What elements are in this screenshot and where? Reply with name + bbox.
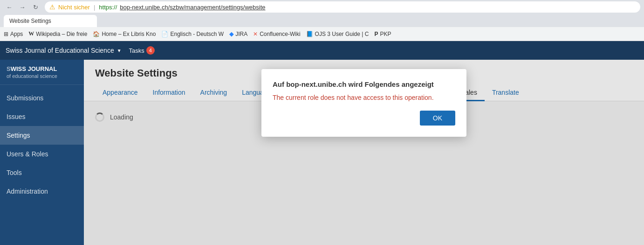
dropdown-arrow-icon: ▼ bbox=[117, 48, 122, 53]
modal-message: The current role does not have access to… bbox=[273, 94, 455, 101]
nav-buttons: ← → ↻ bbox=[4, 1, 41, 13]
pkp-icon: P bbox=[374, 31, 378, 37]
bookmark-jira[interactable]: ◆ JIRA bbox=[229, 31, 247, 37]
bookmark-confluence[interactable]: ✕ Confluence-Wiki bbox=[253, 31, 300, 37]
home-icon: 🏠 bbox=[93, 31, 100, 37]
apps-icon: ⊞ bbox=[4, 31, 8, 37]
modal-overlay: Auf bop-next.unibe.ch wird Folgendes ang… bbox=[84, 60, 644, 245]
tasks-button[interactable]: Tasks 4 bbox=[129, 46, 155, 55]
browser-chrome: ← → ↻ ⚠ Nicht sicher | https://bop-next.… bbox=[0, 0, 644, 27]
apps-label: Apps bbox=[10, 31, 23, 37]
bookmark-wikipedia[interactable]: W Wikipedia – Die freie bbox=[28, 30, 87, 37]
sidebar-title-line1: wiss journal bbox=[11, 65, 57, 72]
sidebar: swiss journal of educational science Sub… bbox=[0, 60, 84, 245]
sidebar-item-administration[interactable]: Administration bbox=[0, 182, 84, 201]
jira-label: JIRA bbox=[235, 31, 247, 37]
separator: | bbox=[94, 4, 95, 11]
address-bar[interactable]: ⚠ Nicht sicher | https://bop-next.unibe.… bbox=[45, 1, 640, 13]
sidebar-item-submissions[interactable]: Submissions bbox=[0, 89, 84, 107]
home-label: Home – Ex Libris Kno bbox=[102, 31, 156, 37]
browser-top-bar: ← → ↻ ⚠ Nicht sicher | https://bop-next.… bbox=[0, 0, 644, 14]
bookmark-englisch[interactable]: 📄 Englisch - Deutsch W bbox=[161, 31, 224, 37]
ojs-icon: 📘 bbox=[306, 31, 313, 37]
security-warning-icon: ⚠ bbox=[49, 3, 55, 11]
tasks-label: Tasks bbox=[129, 47, 144, 54]
url-text: bop-next.unibe.ch/szbw/management/settin… bbox=[120, 4, 265, 11]
englisch-icon: 📄 bbox=[161, 31, 168, 37]
englisch-label: Englisch - Deutsch W bbox=[170, 31, 224, 37]
ojs-label: OJS 3 User Guide | C bbox=[315, 31, 369, 37]
app-container: Swiss Journal of Educational Science ▼ T… bbox=[0, 41, 644, 245]
tab-title: Website Settings bbox=[9, 18, 51, 24]
bookmark-pkp[interactable]: P PKP bbox=[374, 31, 391, 37]
sidebar-journal-subtitle: of educational science bbox=[7, 73, 77, 79]
top-nav: Swiss Journal of Educational Science ▼ T… bbox=[0, 41, 644, 60]
modal-ok-button[interactable]: OK bbox=[420, 111, 455, 126]
refresh-button[interactable]: ↻ bbox=[30, 1, 41, 13]
modal-title: Auf bop-next.unibe.ch wird Folgendes ang… bbox=[273, 80, 455, 88]
tasks-count: 4 bbox=[146, 46, 155, 55]
security-label: Nicht sicher bbox=[58, 4, 90, 11]
wikipedia-icon: W bbox=[28, 30, 34, 37]
forward-button[interactable]: → bbox=[17, 1, 28, 13]
journal-title-nav[interactable]: Swiss Journal of Educational Science ▼ bbox=[6, 47, 122, 54]
sidebar-item-users-roles[interactable]: Users & Roles bbox=[0, 145, 84, 163]
content-area: Website Settings Appearance Information … bbox=[84, 60, 644, 245]
journal-name: Swiss Journal of Educational Science bbox=[6, 47, 114, 54]
pkp-label: PKP bbox=[380, 31, 391, 37]
confluence-icon: ✕ bbox=[253, 31, 258, 37]
sidebar-nav: Submissions Issues Settings Users & Role… bbox=[0, 85, 84, 201]
sidebar-journal-title: swiss journal bbox=[7, 65, 77, 73]
sidebar-title-s: s bbox=[7, 65, 11, 72]
modal-footer: OK bbox=[273, 111, 455, 126]
bookmark-apps[interactable]: ⊞ Apps bbox=[4, 31, 23, 37]
sidebar-item-tools[interactable]: Tools bbox=[0, 163, 84, 182]
bookmark-ojs[interactable]: 📘 OJS 3 User Guide | C bbox=[306, 31, 369, 37]
sidebar-item-issues[interactable]: Issues bbox=[0, 107, 84, 126]
main-layout: swiss journal of educational science Sub… bbox=[0, 60, 644, 245]
modal-dialog: Auf bop-next.unibe.ch wird Folgendes ang… bbox=[261, 69, 466, 137]
active-tab[interactable]: Website Settings bbox=[4, 15, 97, 27]
bookmark-home[interactable]: 🏠 Home – Ex Libris Kno bbox=[93, 31, 156, 37]
bookmarks-bar: ⊞ Apps W Wikipedia – Die freie 🏠 Home – … bbox=[0, 27, 644, 41]
sidebar-journal-header: swiss journal of educational science bbox=[0, 60, 84, 85]
back-button[interactable]: ← bbox=[4, 1, 15, 13]
sidebar-item-settings[interactable]: Settings bbox=[0, 126, 84, 145]
jira-icon: ◆ bbox=[229, 31, 233, 37]
confluence-label: Confluence-Wiki bbox=[260, 31, 300, 37]
browser-tabs: Website Settings bbox=[0, 14, 644, 27]
url-https: https:// bbox=[99, 4, 117, 11]
wikipedia-label: Wikipedia – Die freie bbox=[36, 31, 87, 37]
